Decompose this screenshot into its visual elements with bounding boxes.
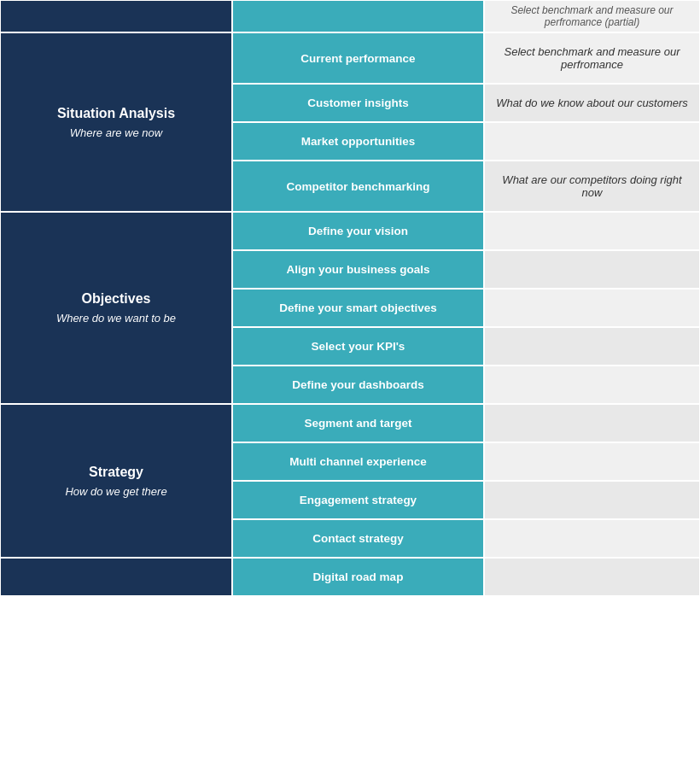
align-goals-desc [484, 250, 700, 289]
strategy-title: Strategy [89, 465, 143, 480]
situation-analysis-title: Situation Analysis [57, 106, 175, 121]
engagement-strategy-cell[interactable]: Engagement strategy [232, 481, 484, 519]
segment-target-cell[interactable]: Segment and target [232, 404, 484, 442]
multi-channel-cell[interactable]: Multi channel experience [232, 442, 484, 481]
smart-objectives-desc [484, 289, 700, 327]
customer-insights-cell[interactable]: Customer insights [232, 84, 484, 122]
situation-analysis-header: Situation Analysis Where are we now [0, 32, 232, 212]
competitor-benchmarking-desc: What are our competitors doing right now [484, 161, 700, 212]
segment-target-desc [484, 404, 700, 442]
objectives-title: Objectives [82, 291, 151, 307]
define-vision-desc [484, 212, 700, 250]
market-opportunities-desc [484, 122, 700, 161]
digital-road-map-desc [484, 558, 700, 596]
contact-strategy-desc [484, 519, 700, 558]
engagement-strategy-desc [484, 481, 700, 519]
customer-insights-desc: What do we know about our customers [484, 84, 700, 122]
market-opportunities-cell[interactable]: Market opportunities [232, 122, 484, 161]
define-vision-cell[interactable]: Define your vision [232, 212, 484, 250]
top-partial-right: Select benchmark and measure our perfrom… [484, 0, 700, 32]
current-performance-cell[interactable]: Current performance [232, 32, 484, 84]
select-kpis-desc [484, 327, 700, 366]
smart-objectives-cell[interactable]: Define your smart objectives [232, 289, 484, 327]
objectives-header: Objectives Where do we want to be [0, 212, 232, 404]
competitor-benchmarking-cell[interactable]: Competitor benchmarking [232, 161, 484, 212]
digital-road-map-cell[interactable]: Digital road map [232, 558, 484, 596]
contact-strategy-cell[interactable]: Contact strategy [232, 519, 484, 558]
define-dashboards-desc [484, 366, 700, 404]
define-dashboards-cell[interactable]: Define your dashboards [232, 366, 484, 404]
multi-channel-desc [484, 442, 700, 481]
current-performance-desc: Select benchmark and measure our perfrom… [484, 32, 700, 84]
select-kpis-cell[interactable]: Select your KPI's [232, 327, 484, 366]
situation-analysis-subtitle: Where are we now [70, 126, 162, 139]
objectives-subtitle: Where do we want to be [56, 312, 176, 325]
strategy-subtitle: How do we get there [65, 485, 166, 498]
digital-section-left [0, 558, 232, 596]
align-goals-cell[interactable]: Align your business goals [232, 250, 484, 289]
strategy-header: Strategy How do we get there [0, 404, 232, 558]
